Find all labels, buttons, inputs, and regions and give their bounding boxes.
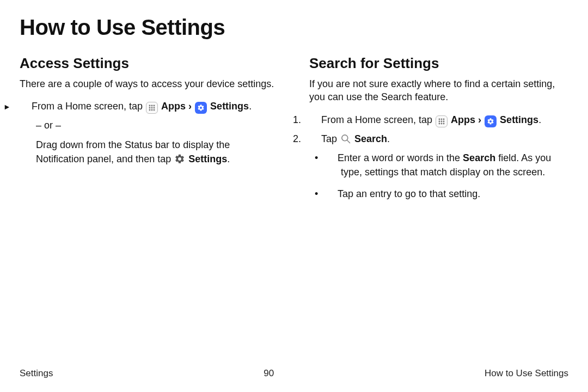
intro-search-settings: If you are not sure exactly where to fin…: [309, 77, 568, 104]
step-1: 1.From a Home screen, tap Apps › Setting…: [326, 113, 568, 127]
svg-point-10: [441, 118, 443, 120]
apps-label: Apps: [161, 101, 186, 112]
svg-point-9: [439, 118, 440, 120]
b2-text: Tap an entry to go to that setting.: [338, 188, 480, 199]
separator: ›: [186, 101, 194, 112]
document-page: How to Use Settings Access Settings Ther…: [0, 0, 588, 392]
column-search-settings: Search for Settings If you are not sure …: [309, 55, 568, 209]
heading-access-settings: Access Settings: [20, 55, 279, 72]
apps-grid-icon: [436, 115, 448, 127]
settings-gear-icon: [485, 115, 497, 127]
step2-text-before: Tap: [321, 133, 340, 144]
svg-point-3: [149, 107, 151, 109]
alt-settings-label: Settings: [188, 154, 227, 164]
column-access-settings: Access Settings There are a couple of wa…: [20, 55, 279, 209]
period: .: [538, 114, 541, 125]
svg-point-13: [441, 120, 443, 122]
apps-grid-icon: [146, 102, 158, 114]
footer-page-number: 90: [264, 368, 274, 379]
bullet-tap-entry: •Tap an entry to go to that setting.: [341, 187, 568, 201]
settings-label: Settings: [210, 101, 249, 112]
footer-left: Settings: [20, 368, 53, 379]
step2-after: .: [387, 133, 390, 144]
svg-point-17: [443, 122, 445, 124]
svg-point-0: [149, 105, 151, 107]
period: .: [249, 101, 252, 112]
b1-bold: Search: [463, 152, 495, 163]
svg-point-15: [439, 122, 440, 124]
svg-point-5: [154, 107, 155, 109]
footer-right: How to Use Settings: [485, 368, 568, 379]
settings-gear-outline-icon: [174, 153, 186, 165]
svg-point-2: [154, 105, 155, 107]
or-separator: – or –: [36, 118, 279, 132]
svg-point-11: [443, 118, 445, 120]
settings-gear-icon: [195, 102, 207, 114]
svg-point-14: [443, 120, 445, 122]
svg-point-4: [151, 107, 153, 109]
svg-point-12: [439, 120, 440, 122]
step-from-home: ►From a Home screen, tap Apps › Settings…: [36, 99, 279, 114]
step1-text-before: From a Home screen, tap: [321, 114, 435, 125]
search-label: Search: [354, 133, 387, 144]
svg-point-16: [441, 122, 443, 124]
step-2: 2.Tap Search.: [326, 132, 568, 146]
svg-point-1: [151, 105, 153, 107]
svg-point-7: [151, 109, 153, 111]
step-number-1: 1.: [309, 113, 321, 127]
bullet-icon: •: [328, 187, 338, 201]
step-text-before: From a Home screen, tap: [32, 101, 145, 112]
svg-point-6: [149, 109, 151, 111]
alt-instruction: Drag down from the Status bar to display…: [36, 138, 279, 166]
svg-point-8: [154, 109, 155, 111]
page-title: How to Use Settings: [20, 15, 568, 40]
heading-search-settings: Search for Settings: [309, 55, 568, 72]
bullet-enter-word: •Enter a word or words in the Search fie…: [341, 151, 568, 179]
content-columns: Access Settings There are a couple of wa…: [20, 55, 568, 209]
search-icon: [340, 133, 352, 145]
alt-period: .: [227, 154, 230, 164]
separator: ›: [475, 114, 484, 125]
b1-before: Enter a word or words in the: [338, 152, 463, 163]
triangle-marker-icon: ►: [20, 101, 32, 113]
settings-label: Settings: [500, 114, 538, 125]
step-number-2: 2.: [309, 132, 321, 146]
bullet-icon: •: [328, 151, 338, 165]
intro-access-settings: There are a couple of ways to access you…: [20, 77, 279, 90]
page-footer: Settings 90 How to Use Settings: [20, 368, 568, 379]
svg-line-19: [347, 140, 350, 143]
apps-label: Apps: [451, 114, 475, 125]
